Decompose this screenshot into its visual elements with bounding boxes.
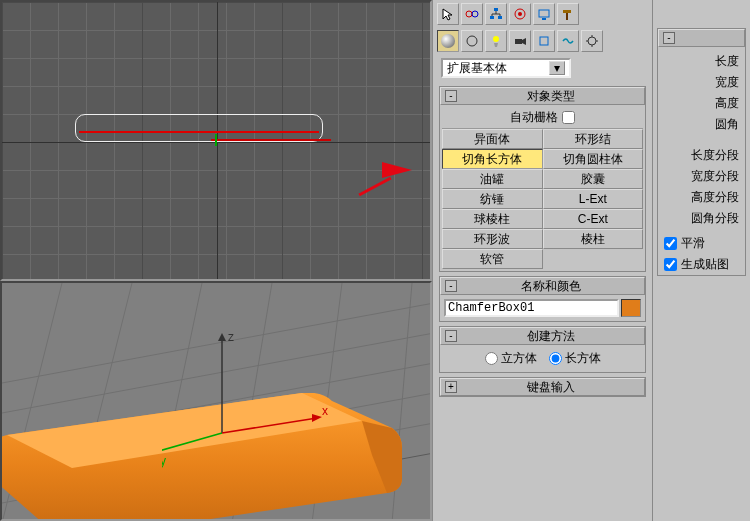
object-type-button[interactable]: 纺锤: [442, 189, 543, 209]
svg-text:x: x: [322, 404, 328, 418]
param-fillet: 圆角: [664, 114, 739, 135]
space-warps-tab-icon[interactable]: [557, 30, 579, 52]
display-icon[interactable]: [533, 3, 555, 25]
motion-icon[interactable]: [509, 3, 531, 25]
object-type-button[interactable]: L-Ext: [543, 189, 644, 209]
name-color-rollout: - 名称和颜色: [439, 276, 646, 322]
color-swatch[interactable]: [621, 299, 641, 317]
creation-method-rollout: - 创建方法 立方体 长方体: [439, 326, 646, 373]
svg-rect-27: [563, 10, 571, 13]
svg-point-30: [493, 36, 499, 42]
svg-point-18: [466, 11, 472, 17]
rollout-header[interactable]: + 键盘输入: [440, 378, 645, 396]
minus-icon: -: [445, 280, 457, 292]
auto-grid-row: 自动栅格: [442, 107, 643, 128]
wireframe-inner: [79, 131, 319, 133]
object-type-button[interactable]: 环形波: [442, 229, 543, 249]
svg-point-33: [588, 37, 596, 45]
gizmo-3d[interactable]: x y z: [162, 333, 362, 513]
rollout-header[interactable]: -: [658, 29, 745, 47]
svg-rect-26: [542, 18, 546, 20]
svg-rect-20: [494, 8, 498, 11]
parameters-panel: - 长度 宽度 高度 圆角 长度分段 宽度分段 高度分段 圆角分段 平滑 生成贴…: [652, 0, 750, 521]
gizmo-x-axis[interactable]: [211, 139, 331, 141]
cube-radio[interactable]: [485, 352, 498, 365]
rollout-header[interactable]: - 对象类型: [440, 87, 645, 105]
svg-rect-22: [498, 16, 502, 19]
object-type-button[interactable]: 球棱柱: [442, 209, 543, 229]
object-name-input[interactable]: [444, 299, 619, 317]
top-viewport[interactable]: [0, 0, 432, 281]
wireframe-object[interactable]: [75, 114, 323, 142]
smooth-label: 平滑: [681, 235, 705, 252]
geometry-tab-icon[interactable]: [437, 30, 459, 52]
minus-icon: -: [445, 90, 457, 102]
rollout-title: 名称和颜色: [461, 278, 640, 295]
chevron-down-icon: ▾: [549, 61, 565, 75]
parameters-rollout: - 长度 宽度 高度 圆角 长度分段 宽度分段 高度分段 圆角分段 平滑 生成贴…: [657, 28, 746, 276]
hammer-icon[interactable]: [557, 3, 579, 25]
object-type-button[interactable]: 胶囊: [543, 169, 644, 189]
systems-tab-icon[interactable]: [581, 30, 603, 52]
object-type-button[interactable]: 软管: [442, 249, 543, 269]
object-type-button[interactable]: 异面体: [442, 129, 543, 149]
keyboard-entry-rollout: + 键盘输入: [439, 377, 646, 397]
lights-tab-icon[interactable]: [485, 30, 507, 52]
box-radio[interactable]: [549, 352, 562, 365]
plus-icon: +: [445, 381, 457, 393]
genmap-label: 生成贴图: [681, 256, 729, 273]
cameras-tab-icon[interactable]: [509, 30, 531, 52]
genmap-checkbox[interactable]: [664, 258, 677, 271]
svg-text:y: y: [162, 454, 166, 468]
category-dropdown[interactable]: 扩展基本体 ▾: [441, 58, 571, 78]
object-type-button[interactable]: 切角圆柱体: [543, 149, 644, 169]
rollout-title: 对象类型: [461, 88, 640, 105]
object-type-button[interactable]: 环形结: [543, 129, 644, 149]
rollout-header[interactable]: - 创建方法: [440, 327, 645, 345]
svg-point-29: [467, 36, 477, 46]
object-type-rollout: - 对象类型 自动栅格 异面体环形结切角长方体切角圆柱体油罐胶囊纺锤L-Ext球…: [439, 86, 646, 272]
object-type-grid: 异面体环形结切角长方体切角圆柱体油罐胶囊纺锤L-Ext球棱柱C-Ext环形波棱柱…: [442, 128, 643, 269]
annotation-arrow: [382, 162, 412, 178]
object-type-button[interactable]: 油罐: [442, 169, 543, 189]
svg-point-19: [472, 11, 478, 17]
rollout-title: 创建方法: [461, 328, 640, 345]
param-lenseg: 长度分段: [664, 145, 739, 166]
object-type-button[interactable]: 切角长方体: [442, 149, 543, 169]
svg-rect-32: [540, 37, 548, 45]
svg-text:z: z: [228, 333, 234, 344]
param-list: 长度 宽度 高度 圆角 长度分段 宽度分段 高度分段 圆角分段: [658, 47, 745, 233]
svg-rect-31: [515, 39, 522, 44]
sub-tab-row: [433, 28, 652, 54]
svg-point-24: [518, 12, 522, 16]
minus-icon: -: [445, 330, 457, 342]
command-panel: 扩展基本体 ▾ - 对象类型 自动栅格 异面体环形结切角长方体切角圆柱体油罐胶囊…: [432, 0, 652, 521]
gizmo-y-axis[interactable]: [215, 134, 217, 146]
object-type-button[interactable]: 棱柱: [543, 229, 644, 249]
main-tab-row: [433, 0, 652, 28]
sphere-icon: [441, 34, 455, 48]
hierarchy-icon[interactable]: [485, 3, 507, 25]
svg-rect-28: [566, 13, 568, 20]
svg-line-13: [222, 418, 317, 433]
perspective-viewport[interactable]: x y z: [0, 281, 432, 521]
object-type-button[interactable]: C-Ext: [543, 209, 644, 229]
param-height: 高度: [664, 93, 739, 114]
svg-rect-25: [539, 10, 549, 17]
box-radio-label[interactable]: 长方体: [549, 350, 601, 367]
link-icon[interactable]: [461, 3, 483, 25]
rollout-header[interactable]: - 名称和颜色: [440, 277, 645, 295]
pointer-icon[interactable]: [437, 3, 459, 25]
param-width: 宽度: [664, 72, 739, 93]
minus-icon: -: [663, 32, 675, 44]
viewport-area: x y z: [0, 0, 432, 521]
helpers-tab-icon[interactable]: [533, 30, 555, 52]
smooth-checkbox[interactable]: [664, 237, 677, 250]
dropdown-label: 扩展基本体: [447, 60, 507, 77]
cube-radio-label[interactable]: 立方体: [485, 350, 537, 367]
shapes-tab-icon[interactable]: [461, 30, 483, 52]
param-widseg: 宽度分段: [664, 166, 739, 187]
auto-grid-label: 自动栅格: [510, 110, 558, 124]
svg-rect-21: [490, 16, 494, 19]
auto-grid-checkbox[interactable]: [562, 111, 575, 124]
